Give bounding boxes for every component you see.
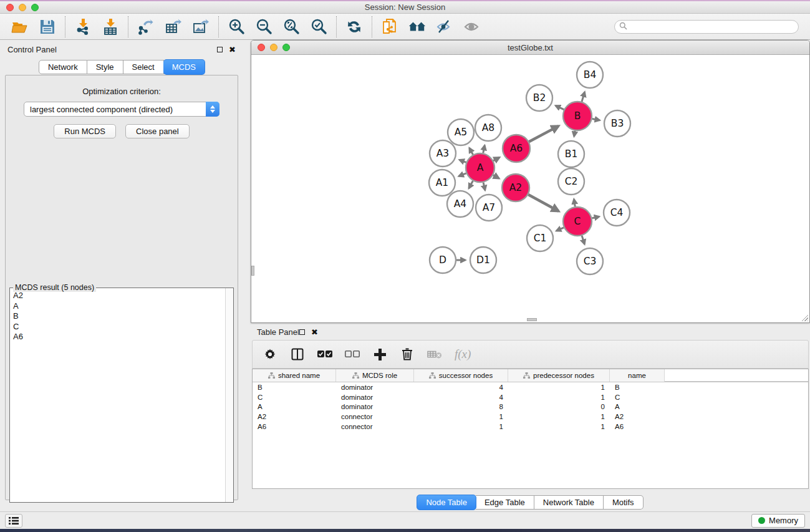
node-table[interactable]: shared nameMCDS rolesuccessor nodesprede… xyxy=(252,369,809,489)
table-row[interactable]: A2connector11A2 xyxy=(253,412,808,422)
tab-style[interactable]: Style xyxy=(87,60,123,74)
graph-node-C3[interactable]: C3 xyxy=(577,248,603,274)
zoom-selected-icon[interactable] xyxy=(310,18,327,36)
close-panel-icon[interactable]: ✖ xyxy=(229,46,236,54)
mcds-result-scrollbar[interactable] xyxy=(225,288,233,502)
graph-node-C[interactable]: C xyxy=(563,207,592,236)
graph-node-A7[interactable]: A7 xyxy=(476,195,502,221)
graph-edge-C-C4[interactable] xyxy=(592,216,599,218)
network-graph[interactable]: B4B2BB3A5A8A6A3B1AC2A1A2A4A7C4CC1DD1C3 xyxy=(251,55,809,322)
table-row[interactable]: Adominator80A xyxy=(253,402,808,412)
select-all-columns-icon[interactable] xyxy=(317,347,332,362)
graph-edge-C-C1[interactable] xyxy=(556,228,564,231)
graph-node-B2[interactable]: B2 xyxy=(526,85,552,111)
graph-node-A2[interactable]: A2 xyxy=(502,174,529,201)
float-panel-icon[interactable] xyxy=(217,47,223,52)
import-network-icon[interactable] xyxy=(74,18,92,36)
tab-node-table[interactable]: Node Table xyxy=(417,495,476,510)
graph-edge-B-B1[interactable] xyxy=(574,131,575,137)
graph-node-B3[interactable]: B3 xyxy=(604,110,630,137)
tab-motifs[interactable]: Motifs xyxy=(604,495,644,510)
mcds-result-list[interactable]: A2ABCA6 xyxy=(11,291,224,501)
graph-edge-A-A7[interactable] xyxy=(483,182,485,190)
zoom-in-icon[interactable] xyxy=(228,18,245,36)
table-row[interactable]: A6connector11A6 xyxy=(253,422,808,432)
add-column-icon[interactable] xyxy=(372,347,387,362)
network-canvas[interactable]: B4B2BB3A5A8A6A3B1AC2A1A2A4A7C4CC1DD1C3 xyxy=(251,55,809,322)
graph-node-D[interactable]: D xyxy=(430,247,456,273)
delete-table-icon[interactable] xyxy=(427,347,442,362)
graph-edge-A-A3[interactable] xyxy=(460,160,466,162)
graph-edge-B-B4[interactable] xyxy=(582,92,585,102)
graph-edge-A-A4[interactable] xyxy=(469,181,473,188)
mcds-result-item[interactable]: A6 xyxy=(11,332,224,342)
deselect-all-columns-icon[interactable] xyxy=(345,347,360,362)
float-table-panel-icon[interactable] xyxy=(299,329,305,335)
run-mcds-button[interactable]: Run MCDS xyxy=(54,124,116,138)
graph-edge-C-C2[interactable] xyxy=(574,199,575,206)
open-file-icon[interactable] xyxy=(11,18,29,36)
graph-edge-A6-B[interactable] xyxy=(529,126,558,142)
memory-button[interactable]: Memory xyxy=(751,514,805,528)
export-network-icon[interactable] xyxy=(137,18,155,36)
column-header[interactable]: MCDS role xyxy=(336,369,414,382)
graph-node-A4[interactable]: A4 xyxy=(447,191,473,217)
graph-edge-A-A6[interactable] xyxy=(493,158,499,161)
function-builder-icon[interactable]: f(x) xyxy=(455,347,471,361)
column-header[interactable]: name xyxy=(610,369,665,382)
tab-edge-table[interactable]: Edge Table xyxy=(476,495,534,510)
graph-node-A8[interactable]: A8 xyxy=(475,115,501,141)
split-view-icon[interactable] xyxy=(290,347,305,362)
graph-node-D1[interactable]: D1 xyxy=(470,247,496,273)
import-table-icon[interactable] xyxy=(102,18,119,36)
mcds-result-item[interactable]: A2 xyxy=(11,291,224,301)
tab-mcds[interactable]: MCDS xyxy=(163,59,205,75)
graph-edge-A2-C[interactable] xyxy=(528,195,559,211)
export-table-icon[interactable] xyxy=(165,18,182,36)
graph-edge-A-A5[interactable] xyxy=(470,148,473,155)
mcds-result-item[interactable]: A xyxy=(11,301,224,312)
graph-node-C4[interactable]: C4 xyxy=(604,200,630,226)
table-row[interactable]: Cdominator41C xyxy=(253,392,808,402)
task-history-button[interactable] xyxy=(5,514,22,528)
zoom-out-icon[interactable] xyxy=(255,18,272,36)
graph-node-A6[interactable]: A6 xyxy=(503,135,530,162)
canvas-hscroll-thumb[interactable] xyxy=(527,318,537,321)
graph-edge-B-B2[interactable] xyxy=(556,105,564,109)
graph-edge-A-A2[interactable] xyxy=(493,175,499,178)
zoom-fit-icon[interactable] xyxy=(282,18,300,36)
first-neighbors-icon[interactable] xyxy=(408,18,426,36)
graph-node-A[interactable]: A xyxy=(466,153,494,182)
graph-node-A3[interactable]: A3 xyxy=(430,140,456,167)
graph-node-C2[interactable]: C2 xyxy=(558,168,584,195)
close-table-panel-icon[interactable]: ✖ xyxy=(311,328,318,336)
column-header[interactable]: successor nodes xyxy=(414,369,508,382)
mcds-result-item[interactable]: C xyxy=(11,322,224,332)
show-all-icon[interactable] xyxy=(463,18,481,36)
network-window-titlebar[interactable]: testGlobe.txt xyxy=(251,41,809,55)
graph-node-C1[interactable]: C1 xyxy=(527,225,553,251)
tab-select[interactable]: Select xyxy=(123,60,164,74)
graph-node-B4[interactable]: B4 xyxy=(577,62,603,88)
tab-network-table[interactable]: Network Table xyxy=(534,495,604,510)
search-input[interactable] xyxy=(630,21,798,32)
delete-column-icon[interactable] xyxy=(400,347,415,362)
column-header[interactable]: predecessor nodes xyxy=(508,369,610,382)
canvas-vscroll-thumb[interactable] xyxy=(251,266,254,276)
search-field[interactable] xyxy=(614,20,799,34)
graph-edge-A-A8[interactable] xyxy=(483,145,485,153)
settings-gear-icon[interactable] xyxy=(263,347,277,362)
hide-selected-icon[interactable] xyxy=(436,18,453,36)
close-panel-button[interactable]: Close panel xyxy=(125,124,190,138)
graph-node-B[interactable]: B xyxy=(563,102,592,130)
mcds-result-item[interactable]: B xyxy=(11,311,224,322)
graph-edge-B-B3[interactable] xyxy=(592,118,600,120)
graph-edge-A-A1[interactable] xyxy=(459,173,466,177)
tab-network[interactable]: Network xyxy=(39,60,87,74)
column-header[interactable]: shared name xyxy=(253,369,336,382)
export-image-icon[interactable] xyxy=(192,18,210,36)
save-session-icon[interactable] xyxy=(39,18,56,36)
refresh-layout-icon[interactable] xyxy=(345,18,363,36)
graph-node-B1[interactable]: B1 xyxy=(558,141,584,167)
new-network-from-selection-icon[interactable] xyxy=(381,18,398,36)
